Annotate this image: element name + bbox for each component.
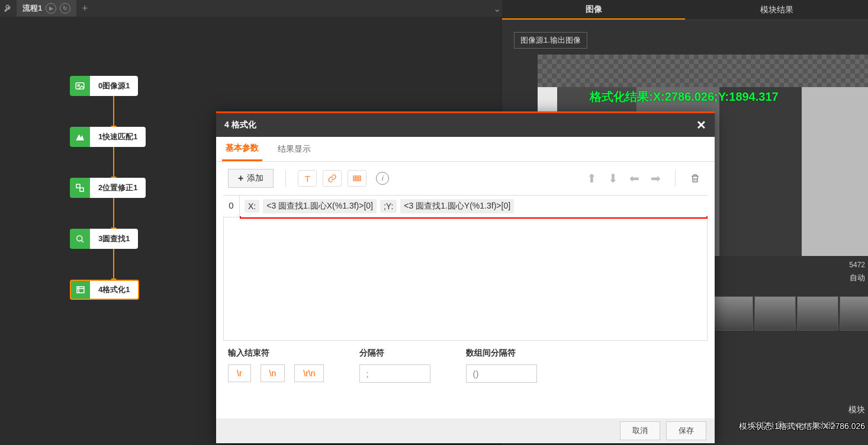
node-fast-match[interactable]: 1快速匹配1 [70, 127, 146, 147]
token-label-y[interactable]: ;Y: [380, 200, 397, 213]
module-label: 模块 [848, 405, 865, 415]
add-tab-button[interactable]: + [76, 2, 93, 15]
separator-label: 分隔符 [359, 348, 430, 358]
dialog-tabs: 基本参数 结果显示 [216, 137, 715, 162]
auto-label: 自动 [850, 273, 865, 283]
highlight-underline [240, 216, 708, 219]
tab-result-display[interactable]: 结果显示 [274, 138, 314, 161]
divider [285, 170, 286, 187]
arraysep-label: 数组间分隔符 [466, 348, 537, 358]
node-label: 2位置修正1 [90, 178, 146, 198]
arrow-right-icon[interactable]: ➡ [648, 171, 663, 186]
info-icon[interactable]: i [376, 172, 389, 185]
tab-image[interactable]: 图像 [502, 0, 685, 20]
cancel-button[interactable]: 取消 [620, 421, 660, 440]
chevron-down-icon[interactable]: ⌄ [493, 3, 501, 14]
arrow-up-icon[interactable]: ⬆ [584, 171, 599, 186]
arraysep-input[interactable] [466, 364, 537, 383]
text-tool-icon[interactable]: T [298, 170, 317, 187]
tab-basic-params[interactable]: 基本参数 [222, 137, 262, 161]
formula-empty-area[interactable] [223, 217, 708, 341]
thumbnail[interactable] [797, 296, 838, 331]
match-icon [70, 127, 90, 147]
arrow-left-icon[interactable]: ⬅ [626, 171, 642, 186]
node-position-correct[interactable]: 2位置修正1 [70, 178, 146, 198]
flow-arrow [113, 198, 114, 229]
play-icon[interactable]: ▶ [46, 3, 56, 14]
image-source-select[interactable]: 图像源1.输出图像 [514, 32, 587, 49]
tab-module-result[interactable]: 模块结果 [685, 0, 868, 20]
dialog-toolbar: +添加 T i ⬆ ⬇ ⬅ ➡ [216, 162, 715, 195]
loop-icon[interactable]: ↻ [60, 3, 70, 14]
trash-icon[interactable] [687, 171, 703, 186]
row-index: 0 [223, 196, 240, 217]
flow-arrow [113, 147, 114, 178]
plus-icon: + [238, 173, 243, 184]
node-image-source[interactable]: 0图像源1 [70, 76, 146, 96]
svg-rect-2 [76, 184, 80, 188]
flow-arrow [113, 96, 114, 127]
svg-rect-5 [77, 287, 84, 293]
thumbnail[interactable] [754, 296, 796, 331]
result-overlay-text: 格式化结果:X:2786.026;Y:1894.317 [590, 89, 779, 105]
svg-point-1 [78, 85, 79, 87]
node-circle-find[interactable]: 3圆查找1 [70, 229, 146, 249]
terminator-r-button[interactable]: \r [228, 364, 251, 382]
grid-tool-icon[interactable] [348, 170, 367, 187]
token-ref-y[interactable]: <3 圆查找1.圆心Y(%1.3f)>[0] [400, 199, 514, 213]
add-button[interactable]: +添加 [228, 169, 274, 188]
thumbnail[interactable] [712, 296, 753, 331]
flow-arrow [113, 249, 114, 280]
node-label: 4格式化1 [90, 280, 139, 300]
node-format[interactable]: 4格式化1 [70, 280, 146, 300]
formula-body[interactable]: X: <3 圆查找1.圆心X(%1.3f)>[0] ;Y: <3 圆查找1.圆心… [240, 196, 708, 217]
thumbnail-strip [712, 296, 868, 331]
separator-input[interactable] [359, 364, 430, 383]
node-label: 1快速匹配1 [90, 127, 146, 147]
token-ref-x[interactable]: <3 圆查找1.圆心X(%1.3f)>[0] [263, 199, 377, 213]
format-icon [70, 280, 90, 300]
divider [675, 170, 676, 187]
svg-point-4 [77, 236, 82, 241]
image-icon [70, 76, 90, 96]
thumbnail[interactable] [840, 296, 868, 331]
flow-tab[interactable]: 流程1 ▶ ↻ [17, 0, 76, 17]
token-label-x[interactable]: X: [245, 200, 259, 213]
node-label: 0图像源1 [90, 76, 138, 96]
right-tabs: 图像 模块结果 [502, 0, 868, 20]
link-tool-icon[interactable] [323, 170, 342, 187]
terminator-label: 输入结束符 [228, 348, 324, 358]
svg-rect-6 [353, 176, 361, 181]
format-dialog: 4 格式化 ✕ 基本参数 结果显示 +添加 T i ⬆ ⬇ ⬅ ➡ 0 X: <… [216, 111, 715, 443]
dialog-title: 4 格式化 [224, 120, 256, 130]
dialog-footer: 取消 保存 [216, 418, 715, 443]
svg-rect-3 [80, 188, 83, 191]
add-button-label: 添加 [247, 173, 263, 184]
wrench-icon[interactable] [0, 0, 17, 17]
terminator-n-button[interactable]: \n [261, 364, 285, 382]
arrow-down-icon[interactable]: ⬇ [605, 171, 621, 186]
close-icon[interactable]: ✕ [696, 118, 706, 132]
save-button[interactable]: 保存 [666, 421, 706, 440]
circle-find-icon [70, 229, 90, 249]
options-row: 输入结束符 \r \n \r\n 分隔符 数组间分隔符 [216, 341, 715, 390]
terminator-rn-button[interactable]: \r\n [294, 364, 324, 382]
position-icon [70, 178, 90, 198]
flow-tab-label: 流程1 [22, 3, 42, 14]
dialog-header: 4 格式化 ✕ [216, 113, 715, 137]
node-label: 3圆查找1 [90, 229, 138, 249]
image-number: 5472 [849, 261, 865, 269]
formula-row[interactable]: 0 X: <3 圆查找1.圆心X(%1.3f)>[0] ;Y: <3 圆查找1.… [223, 195, 708, 217]
watermark-text: CSDN @stevenchch85 [750, 420, 835, 430]
